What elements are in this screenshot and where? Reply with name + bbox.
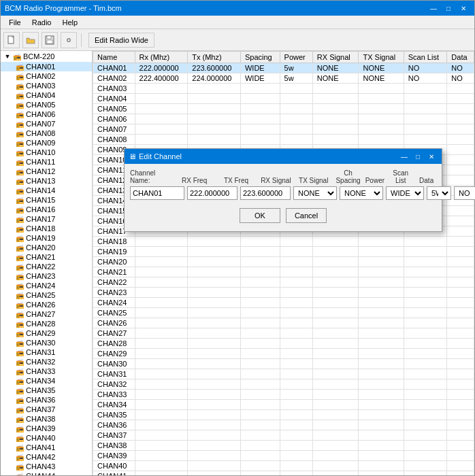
power-select[interactable]: 5W 1W xyxy=(427,186,451,200)
dialog-close-button[interactable]: ✕ xyxy=(425,151,438,162)
table-row[interactable]: CHAN04 xyxy=(93,94,474,104)
tx-signal-select[interactable]: NONE CTCSS DCS xyxy=(340,186,383,200)
sidebar-item-chan11[interactable]: 📻CHAN11 xyxy=(1,157,92,167)
sidebar-item-chan43[interactable]: 📻CHAN43 xyxy=(1,462,92,471)
sidebar-item-chan18[interactable]: 📻CHAN18 xyxy=(1,224,92,233)
sidebar-item-chan21[interactable]: 📻CHAN21 xyxy=(1,252,92,262)
table-row[interactable]: CHAN25 xyxy=(93,308,474,318)
sidebar-item-chan17[interactable]: 📻CHAN17 xyxy=(1,214,92,224)
sidebar-item-chan25[interactable]: 📻CHAN25 xyxy=(1,290,92,300)
table-row[interactable]: CHAN39 xyxy=(93,451,474,461)
sidebar-item-chan13[interactable]: 📻CHAN13 xyxy=(1,176,92,186)
sidebar-item-chan20[interactable]: 📻CHAN20 xyxy=(1,243,92,252)
new-button[interactable] xyxy=(3,32,20,48)
table-row[interactable]: CHAN26 xyxy=(93,318,474,328)
sidebar-item-chan34[interactable]: 📻CHAN34 xyxy=(1,376,92,386)
sidebar-item-chan44[interactable]: 📻CHAN44 xyxy=(1,471,92,475)
sidebar-item-chan33[interactable]: 📻CHAN33 xyxy=(1,367,92,376)
open-button[interactable] xyxy=(22,32,39,48)
table-row[interactable]: CHAN08 xyxy=(93,135,474,145)
sidebar-item-chan06[interactable]: 📻CHAN06 xyxy=(1,109,92,119)
save-button[interactable] xyxy=(42,32,58,48)
sidebar-item-chan38[interactable]: 📻CHAN38 xyxy=(1,414,92,424)
sidebar-item-chan19[interactable]: 📻CHAN19 xyxy=(1,233,92,243)
table-row[interactable]: CHAN38 xyxy=(93,441,474,451)
sidebar-item-chan24[interactable]: 📻CHAN24 xyxy=(1,281,92,290)
menu-file[interactable]: File xyxy=(3,17,27,28)
table-row[interactable]: CHAN32 xyxy=(93,379,474,390)
close-button[interactable]: ✕ xyxy=(457,3,470,14)
table-row[interactable]: CHAN36 xyxy=(93,420,474,430)
sidebar-item-chan12[interactable]: 📻CHAN12 xyxy=(1,167,92,176)
tx-freq-input[interactable] xyxy=(240,186,291,200)
table-row[interactable]: CHAN22 xyxy=(93,277,474,288)
sidebar-item-chan05[interactable]: 📻CHAN05 xyxy=(1,100,92,109)
sidebar-item-chan07[interactable]: 📻CHAN07 xyxy=(1,119,92,129)
menu-help[interactable]: Help xyxy=(56,17,83,28)
sidebar-item-chan22[interactable]: 📻CHAN22 xyxy=(1,262,92,271)
sidebar-item-chan16[interactable]: 📻CHAN16 xyxy=(1,205,92,214)
sidebar-item-chan39[interactable]: 📻CHAN39 xyxy=(1,424,92,433)
table-row[interactable]: CHAN33 xyxy=(93,390,474,400)
channel-name-input[interactable] xyxy=(130,186,184,200)
sidebar-item-chan29[interactable]: 📻CHAN29 xyxy=(1,328,92,338)
table-row[interactable]: CHAN01222.000000223.600000WIDE5wNONENONE… xyxy=(93,63,474,73)
table-row[interactable]: CHAN24 xyxy=(93,298,474,308)
sidebar-item-chan15[interactable]: 📻CHAN15 xyxy=(1,195,92,205)
table-row[interactable]: CHAN41 xyxy=(93,471,474,476)
edit-radio-wide-button[interactable]: Edit Radio Wide xyxy=(88,33,154,48)
sidebar-item-chan31[interactable]: 📻CHAN31 xyxy=(1,347,92,357)
maximize-button[interactable]: □ xyxy=(442,3,455,14)
scan-list-select[interactable]: NO YES xyxy=(454,186,475,200)
sidebar-item-chan09[interactable]: 📻CHAN09 xyxy=(1,138,92,148)
rx-signal-select[interactable]: NONE CTCSS DCS xyxy=(293,186,337,200)
tree-root-bcm220[interactable]: ▼ 📻 BCM-220 xyxy=(1,51,92,62)
sidebar-item-chan36[interactable]: 📻CHAN36 xyxy=(1,395,92,405)
table-row[interactable]: CHAN03 xyxy=(93,84,474,94)
table-row[interactable]: CHAN19 xyxy=(93,247,474,257)
sidebar-item-chan32[interactable]: 📻CHAN32 xyxy=(1,357,92,367)
table-row[interactable]: CHAN06 xyxy=(93,114,474,124)
dialog-maximize-button[interactable]: □ xyxy=(412,151,424,162)
sidebar-item-chan04[interactable]: 📻CHAN04 xyxy=(1,90,92,100)
tree-expand-icon[interactable]: ▼ xyxy=(3,52,12,61)
sidebar-item-chan42[interactable]: 📻CHAN42 xyxy=(1,452,92,462)
table-row[interactable]: CHAN23 xyxy=(93,288,474,298)
sidebar-item-chan03[interactable]: 📻CHAN03 xyxy=(1,81,92,90)
table-row[interactable]: CHAN29 xyxy=(93,349,474,359)
sidebar-item-chan37[interactable]: 📻CHAN37 xyxy=(1,405,92,414)
table-row[interactable]: CHAN31 xyxy=(93,369,474,379)
sidebar-item-chan40[interactable]: 📻CHAN40 xyxy=(1,433,92,443)
sidebar-item-chan41[interactable]: 📻CHAN41 xyxy=(1,443,92,452)
table-row[interactable]: CHAN18 xyxy=(93,237,474,247)
sidebar-item-chan02[interactable]: 📻CHAN02 xyxy=(1,71,92,81)
menu-radio[interactable]: Radio xyxy=(27,17,57,28)
table-row[interactable]: CHAN28 xyxy=(93,339,474,349)
table-row[interactable]: CHAN05 xyxy=(93,104,474,114)
table-row[interactable]: CHAN30 xyxy=(93,359,474,369)
table-row[interactable]: CHAN27 xyxy=(93,328,474,339)
table-row[interactable]: CHAN35 xyxy=(93,410,474,420)
sidebar-item-chan27[interactable]: 📻CHAN27 xyxy=(1,309,92,319)
table-row[interactable]: CHAN37 xyxy=(93,430,474,441)
sidebar-item-chan30[interactable]: 📻CHAN30 xyxy=(1,338,92,347)
sidebar-item-chan14[interactable]: 📻CHAN14 xyxy=(1,186,92,195)
sidebar-item-chan10[interactable]: 📻CHAN10 xyxy=(1,148,92,157)
cancel-button[interactable]: Cancel xyxy=(286,208,327,223)
ok-button[interactable]: OK xyxy=(240,208,280,223)
settings-button[interactable] xyxy=(61,32,77,48)
minimize-button[interactable]: — xyxy=(427,3,440,14)
ch-spacing-select[interactable]: WIDE NARROW xyxy=(386,186,424,200)
sidebar-item-chan26[interactable]: 📻CHAN26 xyxy=(1,300,92,309)
sidebar-item-chan08[interactable]: 📻CHAN08 xyxy=(1,129,92,138)
sidebar-item-chan01[interactable]: 📻CHAN01 xyxy=(1,62,92,71)
rx-freq-input[interactable] xyxy=(187,186,238,200)
table-row[interactable]: CHAN21 xyxy=(93,267,474,277)
sidebar-item-chan28[interactable]: 📻CHAN28 xyxy=(1,319,92,328)
sidebar-item-chan35[interactable]: 📻CHAN35 xyxy=(1,386,92,395)
table-row[interactable]: CHAN34 xyxy=(93,400,474,410)
sidebar-item-chan23[interactable]: 📻CHAN23 xyxy=(1,271,92,281)
table-row[interactable]: CHAN20 xyxy=(93,257,474,267)
table-row[interactable]: CHAN02222.400000224.000000WIDE5wNONENONE… xyxy=(93,73,474,84)
dialog-minimize-button[interactable]: — xyxy=(398,151,410,162)
